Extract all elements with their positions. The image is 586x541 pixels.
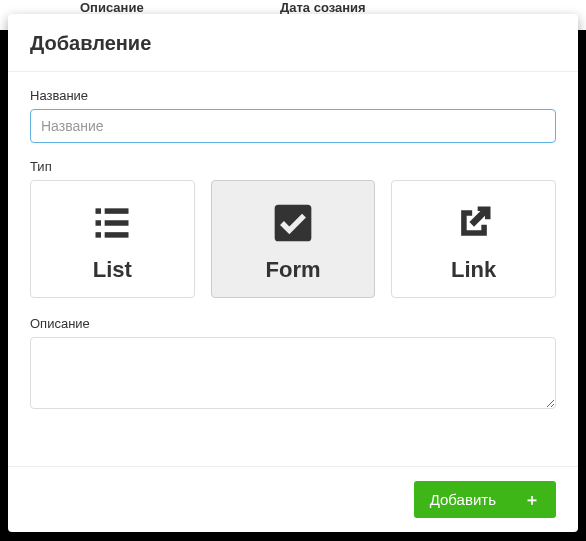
description-section: Описание [30,316,556,413]
description-textarea[interactable] [30,337,556,409]
check-square-icon [220,199,367,247]
dialog-footer: Добавить ＋ [8,466,578,532]
name-label: Название [30,88,556,103]
type-option-link[interactable]: Link [391,180,556,298]
add-button[interactable]: Добавить ＋ [414,481,556,518]
description-label: Описание [30,316,556,331]
svg-rect-3 [105,220,129,226]
svg-rect-2 [96,220,102,226]
svg-rect-0 [96,208,102,214]
svg-rect-1 [105,208,129,214]
type-option-label: Form [220,257,367,283]
type-option-label: List [39,257,186,283]
add-dialog: Добавление Название Тип List Fo [8,14,578,532]
bg-col-description: Описание [80,0,280,15]
type-options: List Form Link [30,180,556,298]
plus-icon: ＋ [524,492,540,508]
type-option-form[interactable]: Form [211,180,376,298]
type-label: Тип [30,159,556,174]
dialog-header: Добавление [8,14,578,72]
add-button-label: Добавить [430,491,496,508]
dialog-title: Добавление [30,32,556,55]
name-section: Название [30,88,556,143]
name-input[interactable] [30,109,556,143]
type-option-list[interactable]: List [30,180,195,298]
type-option-label: Link [400,257,547,283]
type-section: Тип List Form [30,159,556,298]
list-icon [39,199,186,247]
dialog-body: Название Тип List Form [8,72,578,466]
bg-col-date: Дата созания [280,0,366,15]
svg-rect-4 [96,232,102,238]
svg-rect-5 [105,232,129,238]
external-link-icon [400,199,547,247]
